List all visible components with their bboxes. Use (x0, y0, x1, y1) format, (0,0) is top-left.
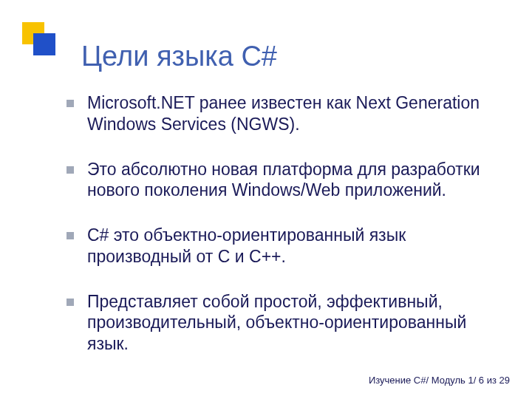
slide-content: Microsoft.NET ранее известен как Next Ge… (66, 92, 502, 378)
bullet-text: Представляет собой простой, эффективный,… (87, 291, 502, 355)
bullet-text: Microsoft.NET ранее известен как Next Ge… (87, 92, 502, 135)
bullet-text: Это абсолютно новая платформа для разраб… (87, 159, 502, 202)
bullet-square-icon (66, 299, 74, 306)
list-item: Это абсолютно новая платформа для разраб… (66, 159, 502, 202)
bullet-square-icon (66, 100, 74, 107)
list-item: Microsoft.NET ранее известен как Next Ge… (66, 92, 502, 135)
slide-footer: Изучение C#/ Модуль 1/ 6 из 29 (369, 375, 510, 386)
list-item: C# это объектно-ориентированный язык про… (66, 225, 502, 267)
bullet-square-icon (66, 232, 74, 239)
bullet-square-icon (66, 166, 74, 174)
decoration-blue-square (33, 33, 55, 55)
slide-title: Цели языка C# (81, 41, 277, 72)
list-item: Представляет собой простой, эффективный,… (66, 291, 502, 355)
bullet-text: C# это объектно-ориентированный язык про… (87, 225, 502, 267)
